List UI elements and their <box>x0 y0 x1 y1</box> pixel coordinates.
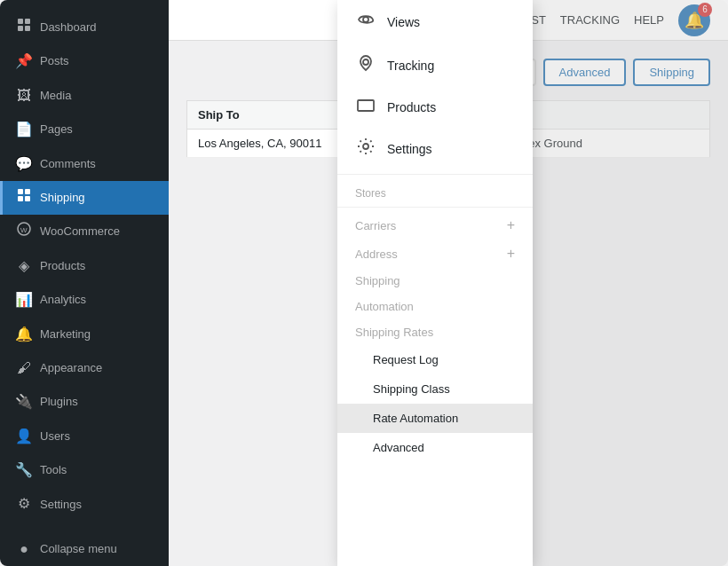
marketing-icon: 🔔 <box>15 325 33 344</box>
dropdown-item-views[interactable]: Views <box>337 0 533 43</box>
section-label-stores: Stores <box>337 178 533 203</box>
svg-rect-5 <box>25 189 30 194</box>
dropdown-item-settings[interactable]: Settings <box>337 127 533 170</box>
carriers-label: Carriers <box>355 219 396 232</box>
dropdown-label-settings: Settings <box>387 142 432 156</box>
sidebar: Dashboard 📌 Posts 🖼 Media 📄 Pages 💬 Comm… <box>0 0 169 566</box>
plugins-icon: 🔌 <box>15 392 33 412</box>
sidebar-label-products: Products <box>40 258 85 274</box>
appearance-icon: 🖌 <box>15 358 33 378</box>
dropdown-item-products[interactable]: Products <box>337 87 533 127</box>
products-icon: ◈ <box>15 256 33 276</box>
sidebar-item-woocommerce[interactable]: W WooCommerce <box>0 215 169 248</box>
dropdown-label-tracking: Tracking <box>387 59 434 73</box>
address-plus-icon: + <box>507 246 515 262</box>
sidebar-item-users[interactable]: 👤 Users <box>0 420 169 453</box>
sidebar-label-plugins: Plugins <box>40 394 78 410</box>
dropdown-nested-rate-automation[interactable]: Rate Automation <box>337 404 533 433</box>
sidebar-item-analytics[interactable]: 📊 Analytics <box>0 283 169 317</box>
sidebar-label-media: Media <box>40 88 71 104</box>
svg-rect-1 <box>25 19 30 24</box>
posts-icon: 📌 <box>15 51 33 71</box>
dropdown-nested-request-log[interactable]: Request Log <box>337 345 533 374</box>
shipping-section-label: Shipping <box>355 274 400 287</box>
sidebar-label-collapse: Collapse menu <box>40 541 117 557</box>
comments-icon: 💬 <box>15 154 33 174</box>
sidebar-item-marketing[interactable]: 🔔 Marketing <box>0 318 169 351</box>
label-advanced-nested: Advanced <box>373 441 424 454</box>
sidebar-item-plugins[interactable]: 🔌 Plugins <box>0 385 169 419</box>
dropdown-nested-shipping-class[interactable]: Shipping Class <box>337 374 533 404</box>
section-label-address[interactable]: Address + <box>337 240 533 268</box>
dropdown-settings-icon <box>355 138 376 160</box>
shipping-rates-label: Shipping Rates <box>355 326 433 339</box>
section-label-automation: Automation <box>337 294 533 319</box>
svg-rect-6 <box>18 196 23 201</box>
sidebar-item-shipping[interactable]: Shipping <box>0 181 169 215</box>
settings-icon: ⚙ <box>15 494 33 514</box>
sidebar-label-settings: Settings <box>40 497 82 513</box>
woocommerce-icon: W <box>15 222 33 241</box>
section-label-carriers[interactable]: Carriers + <box>337 211 533 240</box>
svg-rect-0 <box>18 19 23 24</box>
media-icon: 🖼 <box>15 86 33 106</box>
tools-icon: 🔧 <box>15 460 33 480</box>
label-request-log: Request Log <box>373 353 439 366</box>
sidebar-item-comments[interactable]: 💬 Comments <box>0 147 169 181</box>
section-label-shipping-rates: Shipping Rates <box>337 319 533 345</box>
sidebar-label-users: Users <box>40 428 70 444</box>
carriers-plus-icon: + <box>507 217 515 233</box>
views-icon <box>355 11 376 33</box>
dropdown-item-tracking[interactable]: Tracking <box>337 43 533 87</box>
svg-point-11 <box>363 59 368 65</box>
dim-overlay <box>533 0 728 566</box>
sidebar-item-collapse[interactable]: ● Collapse menu <box>0 532 169 566</box>
svg-rect-2 <box>18 26 23 31</box>
dropdown-menu: Views Tracking Products Settings Stores <box>337 0 533 566</box>
main-content: MANIFEST TRACKING HELP 🔔 6 1/28 Advanced… <box>169 0 728 566</box>
sidebar-label-woocommerce: WooCommerce <box>40 224 120 240</box>
users-icon: 👤 <box>15 427 33 446</box>
svg-text:W: W <box>20 226 28 234</box>
label-rate-automation: Rate Automation <box>373 412 458 425</box>
pages-icon: 📄 <box>15 120 33 139</box>
analytics-icon: 📊 <box>15 290 33 310</box>
sidebar-label-pages: Pages <box>40 122 73 138</box>
svg-point-13 <box>363 144 368 149</box>
svg-rect-3 <box>25 26 30 31</box>
label-shipping-class: Shipping Class <box>373 382 450 396</box>
sidebar-label-posts: Posts <box>40 53 69 69</box>
sidebar-item-media[interactable]: 🖼 Media <box>0 79 169 113</box>
sidebar-label-analytics: Analytics <box>40 292 86 308</box>
svg-rect-12 <box>358 100 374 111</box>
dropdown-products-icon <box>355 98 376 116</box>
sidebar-item-dashboard[interactable]: Dashboard <box>0 11 169 44</box>
svg-rect-4 <box>18 189 23 194</box>
sidebar-label-comments: Comments <box>40 156 96 172</box>
address-label: Address <box>355 248 398 261</box>
divider-2 <box>337 207 533 208</box>
tracking-icon <box>355 54 376 76</box>
dropdown-nested-advanced[interactable]: Advanced <box>337 433 533 462</box>
sidebar-item-products[interactable]: ◈ Products <box>0 249 169 283</box>
sidebar-label-tools: Tools <box>40 462 67 478</box>
collapse-icon: ● <box>15 539 33 559</box>
shipping-icon <box>15 188 33 208</box>
sidebar-item-tools[interactable]: 🔧 Tools <box>0 453 169 487</box>
dashboard-icon <box>15 18 33 37</box>
svg-rect-7 <box>25 196 30 201</box>
sidebar-item-posts[interactable]: 📌 Posts <box>0 44 169 78</box>
svg-point-10 <box>363 17 368 22</box>
sidebar-item-pages[interactable]: 📄 Pages <box>0 113 169 146</box>
sidebar-item-settings[interactable]: ⚙ Settings <box>0 487 169 521</box>
dropdown-label-products: Products <box>387 100 436 114</box>
sidebar-label-dashboard: Dashboard <box>40 20 97 35</box>
dropdown-label-views: Views <box>387 15 420 29</box>
sidebar-item-appearance[interactable]: 🖌 Appearance <box>0 351 169 385</box>
divider-1 <box>337 174 533 175</box>
sidebar-label-shipping: Shipping <box>40 190 85 206</box>
sidebar-label-appearance: Appearance <box>40 360 102 376</box>
sidebar-label-marketing: Marketing <box>40 326 91 342</box>
section-label-shipping: Shipping <box>337 268 533 294</box>
automation-label: Automation <box>355 300 414 313</box>
